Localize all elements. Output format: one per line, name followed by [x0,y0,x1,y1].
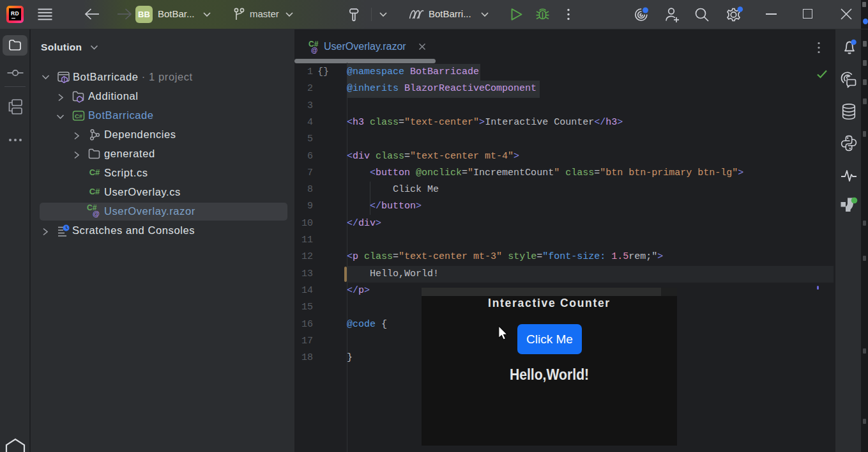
svg-text:C#: C# [75,113,83,120]
